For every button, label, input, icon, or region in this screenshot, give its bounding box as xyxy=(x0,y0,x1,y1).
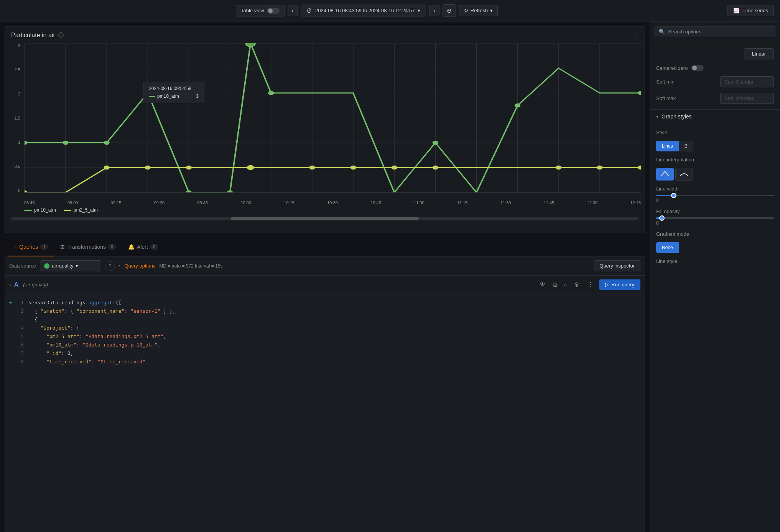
left-panel: Particulate in air ⓘ ⋮ 3 2.5 2 1.5 1 0.5… xyxy=(0,21,650,532)
run-query-button[interactable]: ▷ Run query xyxy=(599,279,640,290)
line-interpolation-label: Line interpolation xyxy=(656,157,694,163)
svg-point-36 xyxy=(350,166,356,170)
datasource-select[interactable]: air-quality ▾ xyxy=(40,260,101,271)
datasource-icon xyxy=(44,263,49,269)
line-width-label: Line width xyxy=(656,186,774,192)
pm10-dot xyxy=(25,141,28,145)
line-style-row: Line style xyxy=(656,258,774,264)
style-lines-label: Lines xyxy=(662,143,673,149)
interp-linear-button[interactable] xyxy=(656,168,674,181)
refresh-icon: ↻ xyxy=(464,8,468,13)
svg-point-26 xyxy=(246,43,255,47)
gradient-none-button[interactable]: None xyxy=(656,242,679,253)
transformations-label: Transformations xyxy=(67,244,106,250)
alert-badge: 0 xyxy=(150,244,158,250)
table-view-toggle[interactable]: Table view xyxy=(236,5,285,16)
code-line-4: 4 "$project": { xyxy=(5,324,645,332)
tab-queries[interactable]: ≡ Queries 1 xyxy=(8,238,54,256)
svg-point-40 xyxy=(597,166,602,170)
tooltip-series: pm10_atm xyxy=(149,94,179,99)
graph-styles-chevron: ▾ xyxy=(656,114,658,119)
time-series-label: Time series xyxy=(742,8,768,13)
query-options-button[interactable]: Query options xyxy=(124,263,155,269)
table-view-toggle-switch[interactable] xyxy=(267,8,280,14)
interp-smooth-button[interactable] xyxy=(675,168,693,181)
datasource-name: air-quality xyxy=(52,263,73,269)
query-options-expand-icon: › xyxy=(119,263,120,269)
right-panel-search: 🔍 xyxy=(650,21,780,42)
query-inspector-button[interactable]: Query inspector xyxy=(594,260,640,271)
soft-max-input[interactable] xyxy=(720,93,774,104)
transformations-icon: ⊞ xyxy=(60,244,65,250)
next-time-button[interactable]: › xyxy=(429,5,439,16)
query-more-button[interactable]: ⋮ xyxy=(586,279,595,290)
fill-opacity-track[interactable] xyxy=(656,217,774,219)
code-line-6: 6 "pm10_atm": "$data.readings.pm10_atm", xyxy=(5,341,645,349)
gradient-none-label: None xyxy=(662,245,673,250)
time-series-button[interactable]: 📈 Time series xyxy=(727,5,774,16)
graph-styles-section: Style Lines B Line interpolation xyxy=(650,123,780,269)
svg-point-24 xyxy=(186,190,192,192)
tooltip-time: 2024-08-16 09:54:58 xyxy=(149,86,199,91)
linear-section: Linear Centered zero Soft min Soft max xyxy=(650,42,780,109)
tabs-bar: ≡ Queries 1 ⊞ Transformations 0 🔔 Alert … xyxy=(5,238,645,256)
tab-transformations[interactable]: ⊞ Transformations 0 xyxy=(54,238,122,256)
next-icon: › xyxy=(433,8,435,13)
chart-tooltip: 2024-08-16 09:54:58 pm10_atm 3 xyxy=(143,82,204,103)
zoom-out-button[interactable]: ⊖ xyxy=(443,4,456,17)
soft-min-input[interactable] xyxy=(720,76,774,87)
refresh-button[interactable]: ↻ Refresh ▾ xyxy=(459,5,498,16)
chart-info-icon: ⓘ xyxy=(58,32,64,39)
chart-legend: pm10_atm pm2_5_atm xyxy=(24,207,98,213)
query-copy-button[interactable]: ⧉ xyxy=(551,280,558,290)
chart-header: Particulate in air ⓘ ⋮ xyxy=(5,26,645,39)
interp-buttons xyxy=(656,168,774,181)
time-range-label: 2024-08-16 08:43:59 to 2024-08-16 12:24:… xyxy=(315,8,415,13)
alert-icon: 🔔 xyxy=(128,244,135,250)
tooltip-series-name: pm10_atm xyxy=(157,94,179,99)
help-button[interactable]: ? xyxy=(105,261,115,271)
fill-opacity-thumb[interactable] xyxy=(659,215,665,221)
line-width-thumb[interactable] xyxy=(671,193,676,198)
queries-icon: ≡ xyxy=(14,244,17,250)
style-bars-label: B xyxy=(685,143,688,149)
code-editor[interactable]: + 1 sensorData.readings.aggregate([ 2 { … xyxy=(5,294,645,532)
soft-min-row: Soft min xyxy=(656,76,774,87)
prev-time-button[interactable]: ‹ xyxy=(288,5,298,16)
query-disable-button[interactable]: ○ xyxy=(562,280,569,290)
chart-scrollbar-thumb[interactable] xyxy=(231,217,419,220)
query-eye-button[interactable]: 👁 xyxy=(538,280,547,290)
query-datasource-hint: (air-quality) xyxy=(23,282,48,287)
soft-max-row: Soft max xyxy=(656,93,774,104)
help-icon: ? xyxy=(109,263,112,269)
svg-point-21 xyxy=(63,141,68,145)
graph-styles-label: Graph styles xyxy=(662,113,692,120)
tab-alert[interactable]: 🔔 Alert 0 xyxy=(122,238,164,256)
linear-button[interactable]: Linear xyxy=(744,48,774,59)
search-input[interactable] xyxy=(668,29,771,34)
centered-zero-toggle[interactable] xyxy=(691,65,704,71)
legend-pm10-label: pm10_atm xyxy=(34,207,56,213)
time-range-button[interactable]: ⏱ 2024-08-16 08:43:59 to 2024-08-16 12:2… xyxy=(301,5,426,16)
chart-scrollbar[interactable] xyxy=(11,217,638,220)
top-bar: Table view ‹ ⏱ 2024-08-16 08:43:59 to 20… xyxy=(0,0,780,21)
chart-menu-button[interactable]: ⋮ xyxy=(632,31,638,39)
refresh-dropdown-icon: ▾ xyxy=(490,8,493,13)
query-options-label: Query options xyxy=(124,263,155,269)
query-delete-button[interactable]: 🗑 xyxy=(573,280,582,290)
search-wrapper: 🔍 xyxy=(655,26,775,37)
fill-opacity-label: Fill opacity xyxy=(656,209,774,214)
gradient-mode-buttons: None xyxy=(656,242,774,253)
time-range-chevron: ▾ xyxy=(418,8,420,13)
style-lines-button[interactable]: Lines xyxy=(656,141,679,151)
refresh-label: Refresh xyxy=(471,8,488,13)
linear-label: Linear xyxy=(752,51,766,57)
style-row: Style xyxy=(656,130,774,135)
graph-styles-section-header[interactable]: ▾ Graph styles xyxy=(650,109,780,123)
style-bars-button[interactable]: B xyxy=(679,141,693,151)
line-width-track[interactable] xyxy=(656,195,774,196)
time-series-icon: 📈 xyxy=(733,8,739,13)
gradient-mode-label: Gradient mode xyxy=(656,231,689,237)
pm25-line xyxy=(25,167,641,192)
legend-pm25-color xyxy=(64,210,71,211)
